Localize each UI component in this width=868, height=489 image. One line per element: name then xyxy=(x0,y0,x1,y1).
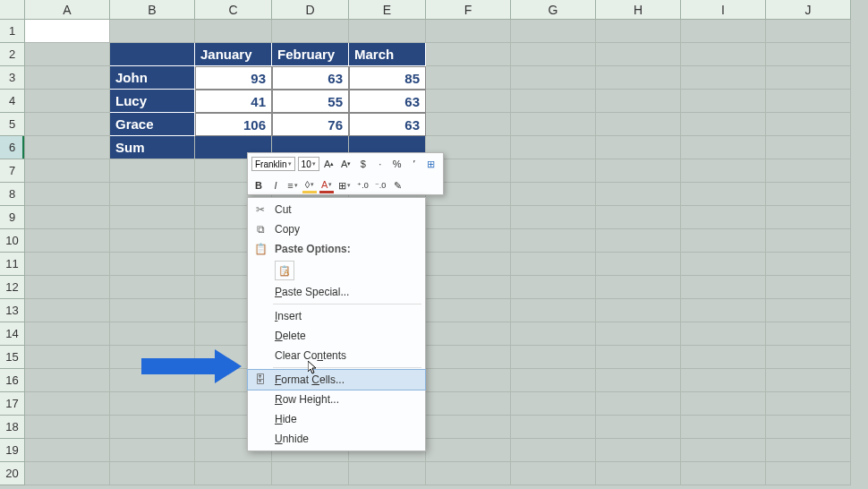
cell-B3[interactable]: John xyxy=(110,66,195,90)
cell-I2[interactable] xyxy=(681,43,766,66)
cell-I4[interactable] xyxy=(681,90,766,113)
cell-D4[interactable]: 55 xyxy=(272,90,349,113)
cell-B18[interactable] xyxy=(110,416,195,439)
cell-I16[interactable] xyxy=(681,369,766,392)
cell-J15[interactable] xyxy=(766,346,851,369)
cell-F10[interactable] xyxy=(426,229,511,253)
column-header-C[interactable]: C xyxy=(195,0,272,20)
cell-A16[interactable] xyxy=(25,369,110,392)
context-menu-delete[interactable]: Delete xyxy=(248,326,425,346)
cell-A18[interactable] xyxy=(25,416,110,439)
table-icon[interactable]: ⊞ xyxy=(424,156,438,172)
context-menu-format-cells[interactable]: 🗄 Format Cells... xyxy=(248,370,425,390)
row-header-19[interactable]: 19 xyxy=(0,439,25,462)
column-header-E[interactable]: E xyxy=(349,0,426,20)
cell-A10[interactable] xyxy=(25,229,110,253)
cell-G15[interactable] xyxy=(511,346,596,369)
cell-J18[interactable] xyxy=(766,416,851,439)
column-header-F[interactable]: F xyxy=(426,0,511,20)
cell-G3[interactable] xyxy=(511,66,596,90)
cell-A3[interactable] xyxy=(25,66,110,90)
cell-H12[interactable] xyxy=(596,276,681,299)
column-header-B[interactable]: B xyxy=(110,0,195,20)
cell-D2[interactable]: February xyxy=(272,43,349,66)
cell-F11[interactable] xyxy=(426,253,511,276)
cell-B6[interactable]: Sum xyxy=(110,136,195,159)
cell-B5[interactable]: Grace xyxy=(110,113,195,136)
cell-F20[interactable] xyxy=(426,462,511,485)
cell-G7[interactable] xyxy=(511,159,596,183)
cell-H2[interactable] xyxy=(596,43,681,66)
cell-B2[interactable] xyxy=(110,43,195,66)
cell-I13[interactable] xyxy=(681,299,766,322)
format-painter-icon[interactable]: ✎ xyxy=(390,177,404,193)
cell-A11[interactable] xyxy=(25,253,110,276)
cell-A19[interactable] xyxy=(25,439,110,462)
increase-decimal-icon[interactable]: ⁺.0 xyxy=(355,177,370,193)
cell-G16[interactable] xyxy=(511,369,596,392)
cell-F18[interactable] xyxy=(426,416,511,439)
cell-E4[interactable]: 63 xyxy=(349,90,426,113)
cell-F14[interactable] xyxy=(426,322,511,346)
cell-B11[interactable] xyxy=(110,253,195,276)
cell-H18[interactable] xyxy=(596,416,681,439)
row-header-9[interactable]: 9 xyxy=(0,206,25,229)
row-header-13[interactable]: 13 xyxy=(0,299,25,322)
cell-F16[interactable] xyxy=(426,369,511,392)
row-header-17[interactable]: 17 xyxy=(0,392,25,416)
dash-icon[interactable]: · xyxy=(373,156,387,172)
row-header-4[interactable]: 4 xyxy=(0,90,25,113)
cell-A12[interactable] xyxy=(25,276,110,299)
cell-B8[interactable] xyxy=(110,183,195,206)
cell-B19[interactable] xyxy=(110,439,195,462)
cell-A17[interactable] xyxy=(25,392,110,416)
cell-F4[interactable] xyxy=(426,90,511,113)
cell-F13[interactable] xyxy=(426,299,511,322)
row-header-8[interactable]: 8 xyxy=(0,183,25,206)
cell-C2[interactable]: January xyxy=(195,43,272,66)
font-color-button[interactable]: A xyxy=(319,177,334,193)
row-header-12[interactable]: 12 xyxy=(0,276,25,299)
cell-H9[interactable] xyxy=(596,206,681,229)
row-header-6[interactable]: 6 xyxy=(0,136,25,159)
cell-A9[interactable] xyxy=(25,206,110,229)
cell-J2[interactable] xyxy=(766,43,851,66)
comma-icon[interactable]: ٬ xyxy=(407,156,421,172)
fill-color-button[interactable]: ◊ xyxy=(302,177,317,193)
cell-A14[interactable] xyxy=(25,322,110,346)
cell-E20[interactable] xyxy=(349,462,426,485)
cell-I8[interactable] xyxy=(681,183,766,206)
context-menu-insert[interactable]: Insert xyxy=(248,306,425,326)
cell-J12[interactable] xyxy=(766,276,851,299)
cell-J13[interactable] xyxy=(766,299,851,322)
cell-A13[interactable] xyxy=(25,299,110,322)
cell-G4[interactable] xyxy=(511,90,596,113)
cell-G12[interactable] xyxy=(511,276,596,299)
cell-G11[interactable] xyxy=(511,253,596,276)
cell-H1[interactable] xyxy=(596,20,681,43)
cell-J5[interactable] xyxy=(766,113,851,136)
cell-J1[interactable] xyxy=(766,20,851,43)
italic-button[interactable]: I xyxy=(268,177,283,193)
font-size-select[interactable]: 10 xyxy=(298,157,319,171)
cell-E1[interactable] xyxy=(349,20,426,43)
cell-E2[interactable]: March xyxy=(349,43,426,66)
cell-G13[interactable] xyxy=(511,299,596,322)
percent-icon[interactable]: % xyxy=(390,156,404,172)
cell-B20[interactable] xyxy=(110,462,195,485)
cell-A15[interactable] xyxy=(25,346,110,369)
context-menu-paste-special[interactable]: Paste Special... xyxy=(248,282,425,302)
bold-button[interactable]: B xyxy=(251,177,266,193)
row-header-18[interactable]: 18 xyxy=(0,416,25,439)
cell-G18[interactable] xyxy=(511,416,596,439)
cell-G9[interactable] xyxy=(511,206,596,229)
column-header-A[interactable]: A xyxy=(25,0,110,20)
cell-J16[interactable] xyxy=(766,369,851,392)
cell-I20[interactable] xyxy=(681,462,766,485)
cell-I17[interactable] xyxy=(681,392,766,416)
cell-G20[interactable] xyxy=(511,462,596,485)
cell-G1[interactable] xyxy=(511,20,596,43)
row-header-16[interactable]: 16 xyxy=(0,369,25,392)
cell-F19[interactable] xyxy=(426,439,511,462)
cell-H19[interactable] xyxy=(596,439,681,462)
